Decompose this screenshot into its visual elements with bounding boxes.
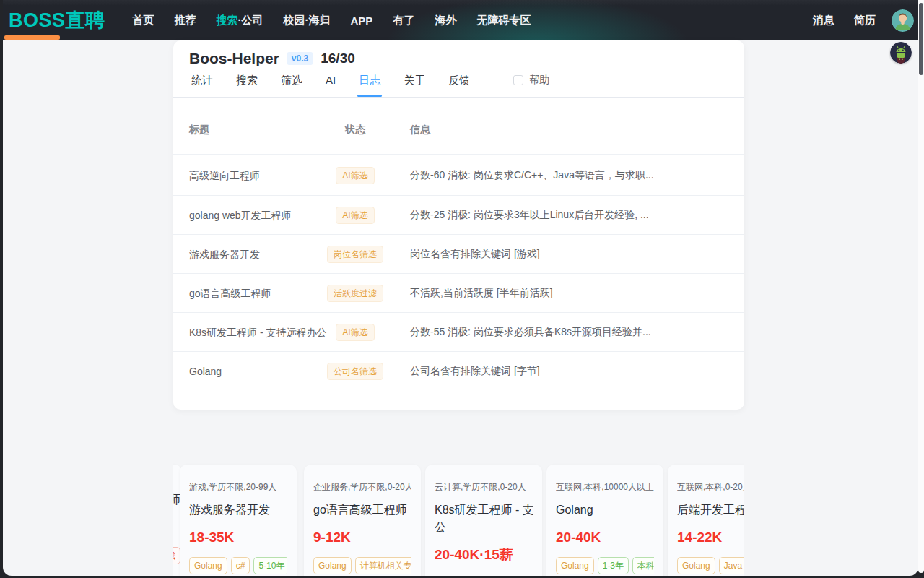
job-salary: 9-12K [313, 529, 411, 546]
nav-item-youle[interactable]: 有了 [393, 14, 414, 27]
status-badge: AI筛选 [336, 167, 374, 184]
job-tag: 1-3年 [598, 557, 629, 574]
nav-item-accessibility[interactable]: 无障碍专区 [476, 14, 531, 27]
page-content: BOSS直聘 首页 推荐 搜索·公司 校园·海归 APP 有了 海外 无障碍专区… [3, 0, 918, 576]
log-info: 分数-25 消极: 岗位要求3年以上Linux后台开发经验, ... [410, 209, 649, 222]
job-meta: 企业服务,学历不限,0-20人 [313, 482, 411, 492]
header-divider [183, 147, 729, 147]
log-title: 高级逆向工程师 [173, 168, 329, 183]
tab-feedback[interactable]: 反馈 [448, 74, 470, 96]
help-checkbox[interactable] [513, 75, 523, 85]
user-avatar-icon [892, 9, 914, 32]
status-badge: 岗位名筛选 [327, 246, 383, 263]
nav-menu: 首页 推荐 搜索·公司 校园·海归 APP 有了 海外 无障碍专区 [133, 14, 531, 27]
job-title: 游戏服务器开发 [189, 501, 287, 519]
job-tag: Golang [313, 557, 352, 574]
status-badge: AI筛选 [336, 324, 374, 341]
job-card[interactable]: 互联网,本科,0-20人 后端开发工程师 14-22K Golang Java [668, 465, 744, 576]
tab-ai[interactable]: AI [326, 74, 336, 95]
job-tag: Golang [189, 557, 227, 574]
job-meta: 游戏,学历不限,20-99人 [189, 482, 287, 492]
robot-icon [890, 42, 912, 64]
nav-item-recommend[interactable]: 推荐 [175, 14, 196, 27]
nav-item-campus[interactable]: 校园·海归 [284, 14, 331, 27]
log-table-header: 标题 状态 信息 [173, 116, 744, 144]
nav-item-resume[interactable]: 简历 [854, 14, 876, 27]
job-title: 后端开发工程师 [677, 501, 744, 519]
version-badge: v0.3 [287, 52, 313, 65]
extension-float-button[interactable] [890, 42, 912, 64]
table-row[interactable]: K8s研发工程师 - 支持远程办公 AI筛选 分数-55 消极: 岗位要求必须具… [173, 312, 744, 351]
log-info: 分数-55 消极: 岗位要求必须具备K8s开源项目经验并... [410, 326, 651, 339]
tab-log[interactable]: 日志 [359, 74, 380, 96]
tab-search[interactable]: 搜索 [236, 74, 258, 96]
boss-logo[interactable]: BOSS直聘 [9, 7, 105, 33]
job-title: K8s研发工程师 - 支公 [435, 501, 533, 536]
job-card[interactable]: 云计算,学历不限,0-20人 K8s研发工程师 - 支公 20-40K·15薪 [425, 465, 542, 576]
job-tag: Golang [556, 557, 594, 574]
table-row[interactable]: 游戏服务器开发 岗位名筛选 岗位名含有排除关键词 [游戏] [173, 234, 744, 273]
log-info: 公司名含有排除关键词 [字节] [410, 365, 540, 378]
job-title: go语言高级工程师 [313, 501, 411, 519]
page-scrollbar-thumb[interactable] [919, 3, 923, 75]
job-card[interactable]: 游戏,学历不限,20-99人 游戏服务器开发 18-35K Golang c# … [180, 465, 297, 576]
column-header-status: 状态 [329, 124, 381, 137]
job-salary: 20-40K [556, 529, 654, 546]
job-tag: c# [231, 557, 250, 574]
top-navbar: BOSS直聘 首页 推荐 搜索·公司 校园·海归 APP 有了 海外 无障碍专区… [3, 0, 918, 40]
tab-filter[interactable]: 筛选 [281, 74, 302, 96]
log-title: Golang [173, 364, 329, 379]
help-checkbox-group[interactable]: 帮助 [513, 74, 549, 95]
job-salary: 20-40K·15薪 [435, 546, 533, 564]
page-scrollbar-track[interactable] [918, 0, 924, 573]
log-title: go语言高级工程师 [173, 286, 329, 301]
job-card[interactable]: 互联网,本科,10000人以上 Golang 20-40K Golang 1-3… [546, 465, 663, 576]
table-row[interactable]: golang web开发工程师 AI筛选 分数-25 消极: 岗位要求3年以上L… [173, 195, 744, 234]
status-badge: AI筛选 [336, 207, 374, 224]
job-tag: Java [719, 557, 744, 574]
nav-item-app[interactable]: APP [351, 14, 373, 27]
nav-item-home[interactable]: 首页 [133, 14, 154, 27]
panel-title: Boos-Helper [189, 50, 279, 67]
job-salary: 14-22K [677, 529, 744, 546]
helper-progress-bar [4, 35, 60, 40]
job-tag: 5-10年 [253, 557, 287, 574]
nav-right: 消息 简历 [813, 9, 914, 32]
nav-item-search-company[interactable]: 搜索·公司 [217, 14, 263, 27]
table-row[interactable]: Golang 公司名筛选 公司名含有排除关键词 [字节] [173, 351, 744, 390]
nav-search-rest: ·公司 [238, 14, 263, 26]
log-info: 分数-60 消极: 岗位要求C/C++、Java等语言，与求职... [410, 169, 654, 182]
log-table-body: 高级逆向工程师 AI筛选 分数-60 消极: 岗位要求C/C++、Java等语言… [173, 156, 744, 390]
job-tag: 计算机相关专业 [355, 557, 411, 574]
job-cards-strip: 师 戏 游戏,学历不限,20-99人 游戏服务器开发 18-35K Golang… [173, 455, 744, 576]
log-title: K8s研发工程师 - 支持远程办公 [173, 325, 329, 340]
job-salary: 18-35K [189, 529, 287, 546]
boos-helper-panel: Boos-Helper v0.3 16/30 统计 搜索 筛选 AI 日志 关于… [173, 40, 744, 410]
nav-item-overseas[interactable]: 海外 [435, 14, 456, 27]
table-row[interactable]: go语言高级工程师 活跃度过滤 不活跃,当前活跃度 [半年前活跃] [173, 273, 744, 312]
log-title: 游戏服务器开发 [173, 247, 329, 262]
panel-tabs: 统计 搜索 筛选 AI 日志 关于 反馈 帮助 [173, 74, 744, 98]
status-badge: 活跃度过滤 [327, 285, 383, 302]
job-meta: 互联网,本科,10000人以上 [556, 482, 654, 492]
job-counter: 16/30 [321, 51, 355, 66]
table-row[interactable]: 高级逆向工程师 AI筛选 分数-60 消极: 岗位要求C/C++、Java等语言… [173, 156, 744, 195]
column-header-info: 信息 [410, 124, 430, 137]
job-tag: Golang [677, 557, 715, 574]
column-header-title: 标题 [173, 124, 329, 137]
job-card[interactable]: 企业服务,学历不限,0-20人 go语言高级工程师 9-12K Golang 计… [304, 465, 421, 576]
job-tag: 本科 [632, 557, 654, 574]
job-title: Golang [556, 501, 654, 519]
job-tags: Golang 1-3年 本科 [556, 557, 654, 574]
job-meta: 云计算,学历不限,0-20人 [435, 482, 533, 492]
job-tags: Golang 计算机相关专业 [313, 557, 411, 574]
log-info: 不活跃,当前活跃度 [半年前活跃] [410, 287, 553, 300]
log-info: 岗位名含有排除关键词 [游戏] [410, 248, 540, 261]
nav-item-messages[interactable]: 消息 [813, 14, 834, 27]
job-meta: 互联网,本科,0-20人 [677, 482, 744, 492]
tab-stats[interactable]: 统计 [191, 74, 213, 96]
status-badge: 公司名筛选 [327, 363, 383, 380]
tab-about[interactable]: 关于 [404, 74, 425, 96]
user-avatar[interactable] [892, 9, 914, 32]
help-label: 帮助 [529, 74, 549, 87]
